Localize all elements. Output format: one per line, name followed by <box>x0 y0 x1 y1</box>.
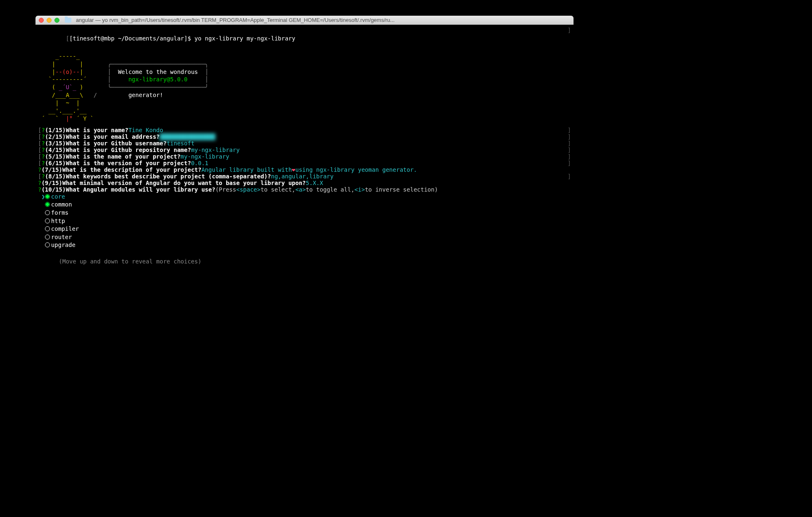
radio-unselected-icon[interactable] <box>45 226 50 231</box>
right-bracket: ] <box>568 140 571 147</box>
maximize-icon[interactable] <box>54 18 59 23</box>
step-counter: (4/15) <box>45 147 66 153</box>
answer-text: Tine Kondo <box>128 127 163 133</box>
left-bracket: [ <box>38 160 41 166</box>
module-option[interactable]: ❯core <box>38 193 571 201</box>
question-row: [? (8/15) What keywords best describe yo… <box>38 173 571 180</box>
modules-container[interactable]: ❯core common forms http compiler router … <box>38 193 571 249</box>
module-name: http <box>51 218 65 224</box>
indent <box>38 218 45 224</box>
step-counter: (8/15) <box>45 173 66 180</box>
radio-selected-icon[interactable] <box>45 194 50 199</box>
module-option[interactable]: router <box>38 233 571 242</box>
right-bracket: ] <box>568 173 571 180</box>
question-row: [? (6/15) What is the version of your pr… <box>38 160 571 166</box>
question-mark-icon: ? <box>41 153 45 160</box>
left-bracket: [ <box>38 127 41 133</box>
question-mark-icon: ? <box>41 140 45 147</box>
left-bracket: [ <box>38 153 41 160</box>
question-mark-icon: ? <box>41 127 45 133</box>
hint-text: to inverse selection) <box>365 186 438 193</box>
hint-key: <i> <box>354 186 365 193</box>
answer-text: Angular library built with <box>201 166 292 173</box>
question-row: [? (2/15) What is your email address? ██… <box>38 133 571 140</box>
question-row: [? (5/15) What is the name of your proje… <box>38 153 571 160</box>
terminal-body[interactable]: [[tinesoft@mbp ~/Documents/angular]$ yo … <box>35 25 574 314</box>
module-name: common <box>51 201 72 208</box>
question-row: [? (4/15) What is your Github repository… <box>38 147 571 153</box>
module-name: forms <box>51 209 68 216</box>
module-option[interactable]: compiler <box>38 225 571 233</box>
question-mark-icon: ? <box>38 180 41 186</box>
close-icon[interactable] <box>39 18 44 23</box>
hint-key: <space> <box>236 186 260 193</box>
module-name: router <box>51 234 72 240</box>
left-bracket: [ <box>38 173 41 180</box>
step-counter: (2/15) <box>45 133 66 140</box>
question-text: What is your Github username? <box>66 140 166 147</box>
right-bracket: ] <box>568 26 571 51</box>
question-mark-icon: ? <box>41 133 45 140</box>
radio-unselected-icon[interactable] <box>45 235 50 240</box>
module-option[interactable]: common <box>38 201 571 209</box>
hint-text: to toggle all, <box>306 186 354 193</box>
left-bracket: [ <box>38 133 41 140</box>
step-counter: (10/15) <box>41 186 66 193</box>
module-option[interactable]: http <box>38 217 571 225</box>
answer-text: ng,angular,library <box>271 173 334 180</box>
module-option[interactable]: forms <box>38 209 571 217</box>
hint-text: (Press <box>215 186 236 193</box>
answer-text: 0.0.1 <box>191 160 208 166</box>
question-text: What is your name? <box>66 127 128 133</box>
question-text: What keywords best describe your project… <box>66 173 271 180</box>
question-mark-icon: ? <box>38 186 41 193</box>
step-counter: (3/15) <box>45 140 66 147</box>
questions-container: [? (1/15) What is your name? Tine Kondo]… <box>38 127 571 193</box>
right-bracket: ] <box>568 147 571 153</box>
right-bracket: ] <box>568 127 571 133</box>
indent <box>38 225 45 232</box>
question-row: [? (3/15) What is your Github username? … <box>38 140 571 147</box>
radio-selected-icon[interactable] <box>45 202 50 207</box>
shell-command: yo ngx-library my-ngx-library <box>194 35 295 42</box>
indent <box>38 201 45 208</box>
question-mark-icon: ? <box>41 147 45 153</box>
answer-text: tinesoft <box>167 140 194 147</box>
cursor-caret-icon: ❯ <box>38 193 45 200</box>
question-text: What is your Github repository name? <box>66 147 191 153</box>
step-counter: (6/15) <box>45 160 66 166</box>
folder-icon <box>65 18 71 23</box>
question-text: What is the name of your project? <box>66 153 180 160</box>
hint-text: to select, <box>260 186 295 193</box>
right-bracket: ] <box>568 153 571 160</box>
radio-unselected-icon[interactable] <box>45 242 50 247</box>
right-bracket: ] <box>568 133 571 140</box>
question-mark-icon: ? <box>41 160 45 166</box>
minimize-icon[interactable] <box>47 18 52 23</box>
yeoman-banner: _-----_ | | ╭───────────────────────────… <box>38 52 571 123</box>
terminal-window: angular — yo rvm_bin_path=/Users/tinesof… <box>35 16 574 314</box>
hint-key: <a> <box>295 186 306 193</box>
radio-unselected-icon[interactable] <box>45 218 50 223</box>
module-option[interactable]: upgrade <box>38 241 571 249</box>
step-counter: (7/15) <box>41 166 62 173</box>
indent <box>38 242 45 248</box>
question-mark-icon: ? <box>38 166 41 173</box>
module-name: compiler <box>51 225 79 232</box>
titlebar: angular — yo rvm_bin_path=/Users/tinesof… <box>35 16 574 25</box>
question-row: ? (10/15) What Angular modules will your… <box>38 186 571 193</box>
module-name: upgrade <box>51 242 76 248</box>
step-counter: (1/15) <box>45 127 66 133</box>
question-text: What is the description of your project? <box>62 166 201 173</box>
question-text: What is the version of your project? <box>66 160 191 166</box>
left-bracket: [ <box>38 140 41 147</box>
question-text: What minimal version of Angular do you w… <box>62 180 306 186</box>
shell-prompt: [tinesoft@mbp ~/Documents/angular]$ <box>69 35 194 42</box>
question-text: What Angular modules will your library u… <box>66 186 215 193</box>
question-row: ? (7/15) What is the description of your… <box>38 166 571 173</box>
question-mark-icon: ? <box>41 173 45 180</box>
question-row: [? (1/15) What is your name? Tine Kondo] <box>38 127 571 133</box>
footer-hint: (Move up and down to reveal more choices… <box>38 249 571 274</box>
indent <box>38 209 45 216</box>
radio-unselected-icon[interactable] <box>45 210 50 215</box>
